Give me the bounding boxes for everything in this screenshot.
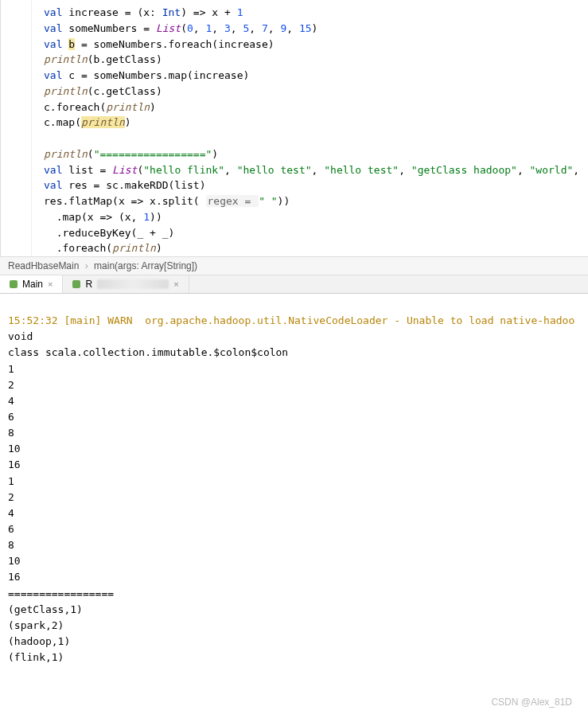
redacted-text [97, 279, 169, 289]
close-icon[interactable]: × [48, 279, 53, 289]
console-line: (hadoop,1) [8, 635, 70, 647]
code-line[interactable]: val someNumbers = List(0, 1, 3, 5, 7, 9,… [44, 21, 588, 37]
code-line[interactable]: println(b.getClass) [44, 52, 588, 68]
console-line: 6 [8, 523, 14, 535]
console-output[interactable]: 15:52:32 [main] WARN org.apache.hadoop.u… [0, 294, 588, 673]
console-line: 4 [8, 507, 14, 519]
console-line: 6 [8, 411, 14, 423]
code-line[interactable]: .map(x => (x, 1)) [44, 209, 588, 225]
console-line: void [8, 330, 33, 342]
console-line: 8 [8, 539, 14, 551]
println-call: println [44, 53, 88, 65]
code-line[interactable]: val c = someNumbers.map(increase) [44, 68, 588, 84]
code-line[interactable]: val increase = (x: Int) => x + 1 [44, 5, 588, 21]
console-line: (getClass,1) [8, 603, 83, 615]
run-icon [72, 280, 80, 288]
run-icon [10, 280, 18, 288]
breadcrumb[interactable]: ReadHbaseMain › main(args: Array[String]… [0, 256, 588, 275]
console-line: 2 [8, 491, 14, 503]
console-line: (spark,2) [8, 619, 64, 631]
tab-main[interactable]: Main × [0, 275, 63, 293]
code-line[interactable]: val list = List("hello flink", "hello te… [44, 162, 588, 178]
console-warn-line: 15:52:32 [main] WARN org.apache.hadoop.u… [8, 314, 574, 326]
code-line[interactable]: val res = sc.makeRDD(list) [44, 178, 588, 193]
code-line[interactable]: println(c.getClass) [44, 84, 588, 100]
console-line: (flink,1) [8, 651, 64, 663]
highlighted-var: b [68, 38, 75, 50]
highlighted-println: println [81, 116, 125, 128]
breadcrumb-method[interactable]: main(args: Array[String]) [94, 260, 197, 271]
console-line: 8 [8, 427, 14, 439]
watermark: CSDN @Alex_81D [491, 697, 572, 708]
console-line: 16 [8, 459, 21, 470]
code-line[interactable]: val b = someNumbers.foreach(increase) [44, 37, 588, 53]
code-line[interactable]: .reduceByKey(_ + _) [44, 225, 588, 241]
code-line[interactable] [44, 131, 588, 146]
console-line: 2 [8, 379, 14, 391]
type-int: Int [162, 6, 181, 18]
console-line: 1 [8, 363, 14, 375]
console-line: ================= [8, 587, 114, 599]
code-line[interactable]: c.foreach(println) [44, 100, 588, 115]
string-literal: "=================" [94, 148, 212, 160]
keyword-val: val [44, 6, 62, 18]
number-literal: 1 [237, 6, 243, 18]
close-icon[interactable]: × [173, 279, 178, 289]
console-line: class scala.collection.immutable.$colon$… [8, 346, 288, 358]
console-line: 16 [8, 571, 21, 583]
code-line[interactable]: .foreach(println) [44, 240, 588, 256]
console-line: 10 [8, 555, 21, 567]
code-line[interactable]: c.map(println) [44, 115, 588, 131]
tab-secondary[interactable]: R × [63, 275, 189, 293]
chevron-right-icon: › [85, 260, 88, 271]
code-line[interactable]: res.flatMap(x => x.split( regex = " ")) [44, 193, 588, 209]
code-editor[interactable]: val increase = (x: Int) => x + 1 val som… [0, 0, 588, 256]
code-line[interactable]: println("=================") [44, 146, 588, 162]
console-line: 1 [8, 475, 14, 487]
console-line: 10 [8, 443, 21, 455]
tab-label: R [85, 279, 92, 290]
param-hint: regex = [206, 195, 259, 207]
tab-label: Main [22, 279, 43, 290]
list-fn: List [156, 22, 181, 34]
console-line: 4 [8, 395, 14, 407]
console-tabs: Main × R × [0, 275, 588, 294]
breadcrumb-class[interactable]: ReadHbaseMain [8, 260, 79, 271]
